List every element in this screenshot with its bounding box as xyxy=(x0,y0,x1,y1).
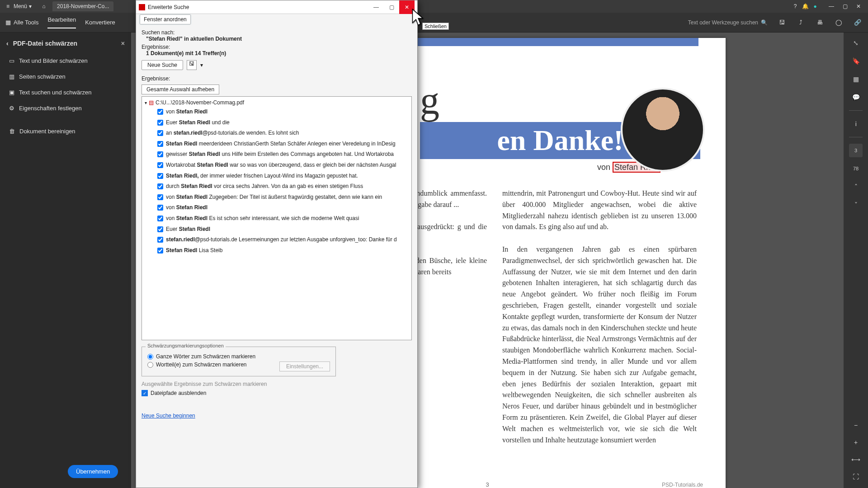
result-hit[interactable]: stefan.riedl@psd-tutorials.de Lesermeinu… xyxy=(145,235,409,245)
search-minimize[interactable]: — xyxy=(368,4,384,10)
save-icon[interactable]: 🖫 xyxy=(777,19,787,26)
hide-paths-checkbox[interactable]: ✓ Dateipfade ausblenden xyxy=(142,390,412,396)
new-search-link[interactable]: Neue Suche beginnen xyxy=(142,413,412,419)
arrange-windows-button[interactable]: Fenster anordnen xyxy=(140,14,191,24)
search-close[interactable]: ✕ xyxy=(399,0,415,14)
result-file-node[interactable]: ▾ ▤ C:\U...\2018-November-Commag.pdf xyxy=(145,99,409,107)
result-hit[interactable]: von Stefan Riedl Zugegeben: Der Titel is… xyxy=(145,192,409,203)
hit-checkbox[interactable] xyxy=(157,183,163,189)
edit-tab[interactable]: Bearbeiten xyxy=(47,16,76,28)
window-maximize[interactable]: ▢ xyxy=(839,3,851,9)
sidebar-item-label: Eigenschaften festlegen xyxy=(19,105,82,112)
result-hit[interactable]: Euer Stefan Riedl und die xyxy=(145,117,409,128)
comment-icon[interactable]: 💬 xyxy=(849,90,863,104)
sidebar-item-search-redact[interactable]: ▣Text suchen und schwärzen xyxy=(5,85,127,100)
hit-checkbox[interactable] xyxy=(157,216,163,221)
hit-checkbox[interactable] xyxy=(157,237,163,243)
result-hit[interactable]: Stefan Riedl, der immer wieder frischen … xyxy=(145,171,409,182)
notifications-icon[interactable]: 🔔 xyxy=(800,3,810,9)
hit-text: Stefan Riedl meerderideen ChristianGerth… xyxy=(166,141,396,148)
sidebar-item-redact-text-images[interactable]: ▭Text und Bilder schwärzen xyxy=(5,53,127,68)
account-avatar[interactable]: ● xyxy=(810,3,820,9)
hit-text: von Stefan Riedl xyxy=(166,204,208,211)
result-hit[interactable]: gewisser Stefan Riedl uns Hilfe beim Ers… xyxy=(145,149,409,160)
sidebar-item-redact-pages[interactable]: ▥Seiten schwärzen xyxy=(5,69,127,84)
hit-checkbox[interactable] xyxy=(157,141,163,147)
text-select-icon[interactable]: Ꭵ xyxy=(849,117,863,131)
apply-button[interactable]: Übernehmen xyxy=(68,465,118,478)
option-label: Wortteil(e) zum Schwärzen markieren xyxy=(156,361,247,368)
deselect-all-button[interactable]: Gesamte Auswahl aufheben xyxy=(142,84,219,94)
author-photo xyxy=(621,88,705,172)
result-hit[interactable]: von Stefan Riedl Es ist schon sehr inter… xyxy=(145,213,409,224)
result-hit[interactable]: an stefan.riedl@psd-tutorials.de wenden.… xyxy=(145,128,409,139)
window-close[interactable]: ✕ xyxy=(853,3,864,9)
save-results-button[interactable]: 🖫 xyxy=(187,60,197,70)
sidebar-item-sanitize[interactable]: 🗑Dokument bereinigen xyxy=(5,124,127,139)
search-maximize[interactable]: ▢ xyxy=(384,4,399,10)
fullscreen-icon[interactable]: ⛶ xyxy=(849,470,863,483)
close-tooltip: Schließen xyxy=(422,23,449,30)
sidebar-close-icon[interactable]: × xyxy=(121,40,125,47)
all-tools-button[interactable]: ▦Alle Tools xyxy=(5,19,38,26)
search-placeholder: Text oder Werkzeuge suchen xyxy=(688,19,758,26)
sidebar-item-properties[interactable]: ⚙Eigenschaften festlegen xyxy=(5,101,127,116)
app-titlebar: Menü▾ ⌂ 2018-November-Co... ? 🔔 ● — ▢ ✕ xyxy=(0,0,868,13)
thumbnails-icon[interactable]: ▦ xyxy=(849,72,863,86)
grid-icon: ▦ xyxy=(5,19,11,26)
hit-checkbox[interactable] xyxy=(157,194,163,200)
hit-text: Stefan Riedl Lisa Steib xyxy=(166,247,222,254)
options-legend: Schwärzungsmarkierungsoptionen xyxy=(146,343,226,348)
new-search-button[interactable]: Neue Suche xyxy=(142,60,183,70)
panel-toggle-icon[interactable]: ⤡ xyxy=(849,36,863,50)
hit-checkbox[interactable] xyxy=(157,205,163,211)
search-titlebar[interactable]: Erweiterte Suche — ▢ ✕ xyxy=(136,0,417,14)
menu-label: Menü xyxy=(14,3,27,9)
checkbox-checked-icon[interactable]: ✓ xyxy=(142,390,148,396)
hit-checkbox[interactable] xyxy=(157,130,163,136)
option-whole-words[interactable]: Ganze Wörter zum Schwärzen markieren xyxy=(147,353,330,360)
print-icon[interactable]: 🖶 xyxy=(815,19,825,26)
radio-partial-words[interactable] xyxy=(147,362,153,368)
hit-text: Euer Stefan Riedl xyxy=(166,226,210,233)
result-hit[interactable]: Stefan Riedl meerderideen ChristianGerth… xyxy=(145,139,409,150)
page-up-icon[interactable]: ˄ xyxy=(849,180,863,193)
hit-checkbox[interactable] xyxy=(157,248,163,253)
window-minimize[interactable]: — xyxy=(826,3,837,9)
back-icon[interactable]: ‹ xyxy=(6,40,9,47)
caret-down-icon[interactable]: ▾ xyxy=(145,100,147,105)
bookmark-icon[interactable]: 🔖 xyxy=(849,54,863,68)
hit-text: von Stefan Riedl Zugegeben: Der Titel is… xyxy=(166,194,382,201)
result-hit[interactable]: von Stefan Riedl xyxy=(145,202,409,213)
results-list[interactable]: ▾ ▤ C:\U...\2018-November-Commag.pdf von… xyxy=(142,96,412,340)
export-icon[interactable]: ⤴ xyxy=(796,19,806,26)
zoom-out-icon[interactable]: − xyxy=(849,418,863,432)
result-hit[interactable]: Stefan Riedl Lisa Steib xyxy=(145,245,409,256)
link-icon[interactable]: 🔗 xyxy=(853,19,863,26)
share-icon[interactable]: ◯ xyxy=(834,19,844,26)
save-dropdown-icon[interactable]: ▾ xyxy=(200,62,203,68)
hit-checkbox[interactable] xyxy=(157,109,163,115)
result-hit[interactable]: durch Stefan Riedl vor circa sechs Jahre… xyxy=(145,181,409,192)
hit-checkbox[interactable] xyxy=(157,151,163,157)
tool-search[interactable]: Text oder Werkzeuge suchen🔍 xyxy=(688,19,768,26)
zoom-in-icon[interactable]: + xyxy=(849,436,863,449)
fit-width-icon[interactable]: ⟷ xyxy=(849,453,863,466)
home-button[interactable]: ⌂ xyxy=(39,3,49,9)
document-tab[interactable]: 2018-November-Co... xyxy=(52,1,113,11)
result-hit[interactable]: Wortakrobat Stefan Riedl war so was von … xyxy=(145,160,409,171)
menu-button[interactable]: Menü▾ xyxy=(4,2,34,10)
page-down-icon[interactable]: ˅ xyxy=(849,198,863,211)
convert-tab[interactable]: Konvertiere xyxy=(85,19,115,26)
hit-checkbox[interactable] xyxy=(157,226,163,232)
result-hit[interactable]: Euer Stefan Riedl xyxy=(145,224,409,235)
hit-checkbox[interactable] xyxy=(157,162,163,168)
hit-checkbox[interactable] xyxy=(157,173,163,179)
help-icon[interactable]: ? xyxy=(790,3,800,9)
radio-whole-words[interactable] xyxy=(147,354,153,360)
hit-text: von Stefan Riedl Es ist schon sehr inter… xyxy=(166,215,359,222)
result-hit[interactable]: von Stefan Riedl xyxy=(145,107,409,117)
acrobat-icon xyxy=(139,4,145,10)
hit-checkbox[interactable] xyxy=(157,120,163,126)
page-badge[interactable]: 3 xyxy=(849,144,863,157)
